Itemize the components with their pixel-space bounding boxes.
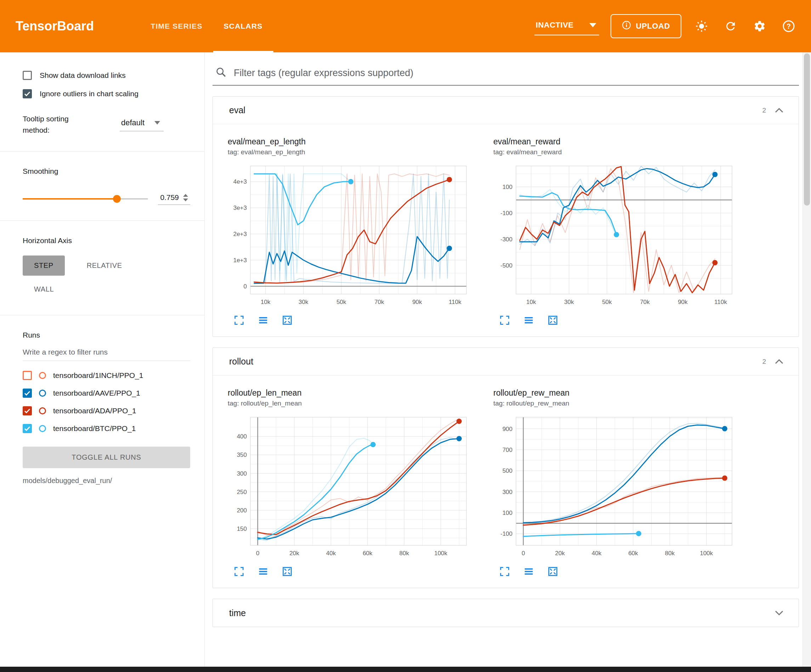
smoothing-slider-knob[interactable] [113, 195, 121, 203]
fit-domain-icon[interactable] [280, 564, 294, 579]
fit-domain-icon[interactable] [280, 313, 294, 327]
run-color-circle[interactable] [39, 372, 46, 379]
tag-group-rollout-header[interactable]: rollout 2 [213, 348, 799, 376]
show-download-links-option[interactable]: Show data download links [23, 71, 190, 80]
expand-chart-icon[interactable] [232, 564, 246, 579]
svg-text:900: 900 [502, 426, 512, 432]
settings-gear-icon[interactable] [751, 17, 769, 35]
tooltip-sorting-dropdown[interactable]: default [120, 116, 164, 131]
menu-lines-icon[interactable] [522, 564, 536, 579]
run-checkbox[interactable] [23, 406, 32, 415]
svg-text:40k: 40k [592, 550, 602, 557]
chart-eval-mean-reward: eval/mean_reward tag: eval/mean_reward 1… [493, 137, 748, 327]
menu-lines-icon[interactable] [522, 313, 536, 327]
vertical-scrollbar[interactable] [803, 52, 811, 667]
run-row-ada[interactable]: tensorboard/ADA/PPO_1 [23, 406, 190, 415]
refresh-icon[interactable] [722, 17, 740, 35]
upload-button-label: UPLOAD [636, 22, 670, 31]
spinner-up-icon[interactable] [183, 194, 188, 197]
chevron-down-icon [154, 121, 160, 125]
chart-title: rollout/ep_len_mean [228, 388, 483, 398]
svg-text:20k: 20k [555, 550, 565, 557]
bottom-edge-bar [0, 667, 811, 672]
chevron-up-icon[interactable] [772, 354, 787, 369]
tooltip-sorting-row: Tooltip sorting method: default [23, 113, 190, 135]
smoothing-value-input[interactable]: 0.759 [158, 193, 190, 205]
svg-text:110k: 110k [714, 299, 727, 305]
tab-time-series[interactable]: TIME SERIES [140, 0, 213, 52]
line-chart[interactable]: 020k40k60k80k100k-100100300500700900 [493, 412, 738, 561]
expand-chart-icon[interactable] [497, 564, 512, 579]
tag-group-time: time [212, 599, 799, 627]
svg-text:90k: 90k [678, 299, 688, 305]
svg-text:70k: 70k [640, 299, 650, 305]
chart-tag: tag: rollout/ep_rew_mean [493, 399, 748, 407]
number-spinner[interactable] [183, 194, 188, 201]
ignore-outliers-option[interactable]: Ignore outliers in chart scaling [23, 89, 190, 98]
show-download-links-checkbox[interactable] [23, 71, 32, 80]
svg-text:10k: 10k [526, 299, 536, 305]
run-label: tensorboard/BTC/PPO_1 [53, 424, 136, 433]
expand-chart-icon[interactable] [497, 313, 512, 327]
svg-text:110k: 110k [449, 299, 461, 305]
status-dropdown[interactable]: INACTIVE [534, 17, 599, 36]
svg-text:2e+3: 2e+3 [233, 231, 247, 237]
chevron-down-icon [589, 23, 596, 27]
line-chart[interactable]: 020k40k60k80k100k150200250300350400 [228, 412, 472, 561]
axis-step-button[interactable]: STEP [23, 256, 65, 276]
fit-domain-icon[interactable] [546, 313, 560, 327]
svg-text:50k: 50k [336, 299, 346, 305]
line-chart[interactable]: 10k30k50k70k90k110k100-100-300-500 [493, 161, 738, 310]
svg-text:1e+3: 1e+3 [233, 257, 247, 264]
svg-text:-100: -100 [501, 530, 512, 537]
chevron-up-icon[interactable] [772, 103, 787, 118]
svg-text:60k: 60k [628, 550, 638, 557]
menu-lines-icon[interactable] [256, 313, 270, 327]
axis-relative-button[interactable]: RELATIVE [75, 256, 134, 276]
run-checkbox[interactable] [23, 424, 32, 433]
tag-group-rollout-body: rollout/ep_len_mean tag: rollout/ep_len_… [213, 376, 799, 588]
line-chart[interactable]: 10k30k50k70k90k110k01e+32e+33e+34e+3 [228, 161, 472, 310]
toggle-all-runs-button[interactable]: TOGGLE ALL RUNS [23, 447, 190, 468]
tab-scalars[interactable]: SCALARS [213, 0, 273, 52]
run-checkbox[interactable] [23, 389, 32, 398]
tooltip-sorting-value: default [121, 118, 144, 127]
chart-title: eval/mean_reward [493, 137, 748, 147]
run-label: tensorboard/1INCH/PPO_1 [53, 371, 143, 380]
smoothing-slider[interactable] [23, 198, 148, 200]
svg-text:250: 250 [237, 489, 247, 496]
run-row-aave[interactable]: tensorboard/AAVE/PPO_1 [23, 389, 190, 398]
help-icon[interactable]: ? [780, 17, 797, 35]
spinner-down-icon[interactable] [183, 198, 188, 201]
chevron-down-icon[interactable] [772, 606, 787, 620]
fit-domain-icon[interactable] [546, 564, 560, 579]
run-color-circle[interactable] [39, 407, 46, 415]
tag-group-eval-body: eval/mean_ep_length tag: eval/mean_ep_le… [213, 124, 799, 337]
svg-text:0: 0 [522, 550, 525, 557]
sidebar-divider [0, 220, 204, 221]
chart-toolbar [493, 313, 748, 327]
axis-wall-button[interactable]: WALL [23, 279, 65, 300]
upload-button[interactable]: UPLOAD [611, 14, 682, 38]
run-color-circle[interactable] [39, 389, 46, 397]
expand-chart-icon[interactable] [232, 313, 246, 327]
brightness-icon[interactable] [693, 17, 711, 35]
filter-tags-input[interactable] [233, 67, 796, 79]
run-row-btc[interactable]: tensorboard/BTC/PPO_1 [23, 424, 190, 433]
tag-group-time-header[interactable]: time [213, 599, 799, 627]
svg-text:80k: 80k [665, 550, 675, 557]
svg-text:500: 500 [502, 467, 512, 474]
ignore-outliers-checkbox[interactable] [23, 89, 32, 98]
svg-text:-300: -300 [501, 236, 512, 243]
run-checkbox[interactable] [23, 371, 32, 380]
menu-lines-icon[interactable] [256, 564, 270, 579]
sidebar-divider [0, 315, 204, 315]
svg-text:70k: 70k [374, 299, 384, 305]
run-color-circle[interactable] [39, 425, 46, 432]
svg-text:4e+3: 4e+3 [233, 178, 247, 185]
scrollbar-thumb[interactable] [804, 53, 810, 206]
runs-filter-input[interactable] [23, 345, 190, 361]
tag-group-eval-header[interactable]: eval 2 [213, 96, 799, 124]
svg-text:150: 150 [237, 525, 247, 532]
run-row-1inch[interactable]: tensorboard/1INCH/PPO_1 [23, 371, 190, 380]
